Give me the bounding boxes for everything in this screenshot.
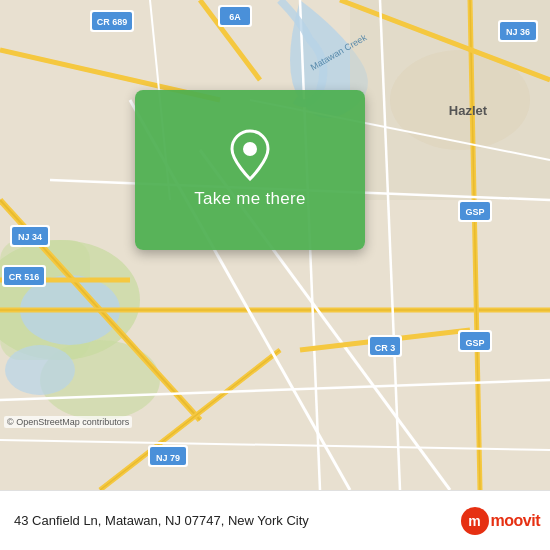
- svg-text:6A: 6A: [229, 12, 241, 22]
- moovit-logo-icon: m: [461, 507, 489, 535]
- bottom-bar: 43 Canfield Ln, Matawan, NJ 07747, New Y…: [0, 490, 550, 550]
- svg-text:NJ 36: NJ 36: [506, 27, 530, 37]
- svg-text:NJ 34: NJ 34: [18, 232, 42, 242]
- svg-text:GSP: GSP: [465, 207, 484, 217]
- svg-text:CR 3: CR 3: [375, 343, 396, 353]
- svg-text:Hazlet: Hazlet: [449, 103, 488, 118]
- svg-text:GSP: GSP: [465, 338, 484, 348]
- svg-point-5: [5, 345, 75, 395]
- map-attribution: © OpenStreetMap contributors: [4, 416, 132, 428]
- moovit-logo: m moovit: [461, 507, 540, 535]
- svg-text:NJ 79: NJ 79: [156, 453, 180, 463]
- address-text: 43 Canfield Ln, Matawan, NJ 07747, New Y…: [14, 513, 461, 528]
- map-container: NJ 34 CR 689 6A NJ 36 CR 516 NJ 79 GSP G…: [0, 0, 550, 490]
- take-me-there-popup[interactable]: Take me there: [135, 90, 365, 250]
- moovit-logo-text: moovit: [491, 512, 540, 530]
- svg-text:CR 516: CR 516: [9, 272, 40, 282]
- svg-point-59: [243, 142, 257, 156]
- take-me-there-button[interactable]: Take me there: [194, 189, 306, 209]
- location-pin-icon: [226, 131, 274, 179]
- svg-text:CR 689: CR 689: [97, 17, 128, 27]
